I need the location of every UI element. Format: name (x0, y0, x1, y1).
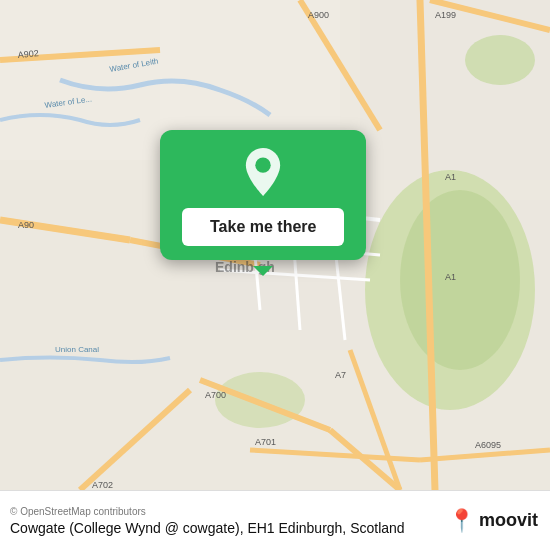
svg-text:A1: A1 (445, 172, 456, 182)
svg-text:A90: A90 (18, 220, 34, 230)
map-popup: Take me there (160, 130, 366, 260)
take-me-there-button[interactable]: Take me there (182, 208, 344, 246)
popup-bubble: Take me there (160, 130, 366, 260)
svg-text:A1: A1 (445, 272, 456, 282)
svg-text:A902: A902 (17, 48, 39, 60)
svg-text:A6095: A6095 (475, 440, 501, 450)
svg-point-45 (255, 157, 270, 172)
svg-text:A700: A700 (205, 390, 226, 400)
svg-text:A7: A7 (335, 370, 346, 380)
moovit-logo: 📍 moovit (448, 508, 538, 534)
svg-text:A900: A900 (308, 10, 329, 20)
moovit-wordmark: moovit (479, 510, 538, 531)
moovit-pin-icon: 📍 (448, 508, 475, 534)
svg-rect-4 (340, 0, 550, 200)
svg-text:A701: A701 (255, 437, 276, 447)
svg-text:A199: A199 (435, 10, 456, 20)
map-container: A902 A90 A900 A199 A1 A1 A702 A701 A7 A6… (0, 0, 550, 490)
map-attribution: © OpenStreetMap contributors (10, 506, 405, 517)
footer: © OpenStreetMap contributors Cowgate (Co… (0, 490, 550, 550)
svg-text:A702: A702 (92, 480, 113, 490)
location-label: Cowgate (College Wynd @ cowgate), EH1 Ed… (10, 520, 405, 536)
footer-info: © OpenStreetMap contributors Cowgate (Co… (10, 506, 405, 536)
svg-text:Union Canal: Union Canal (55, 345, 99, 354)
svg-point-9 (400, 190, 520, 370)
svg-point-10 (465, 35, 535, 85)
location-pin-icon (239, 148, 287, 196)
